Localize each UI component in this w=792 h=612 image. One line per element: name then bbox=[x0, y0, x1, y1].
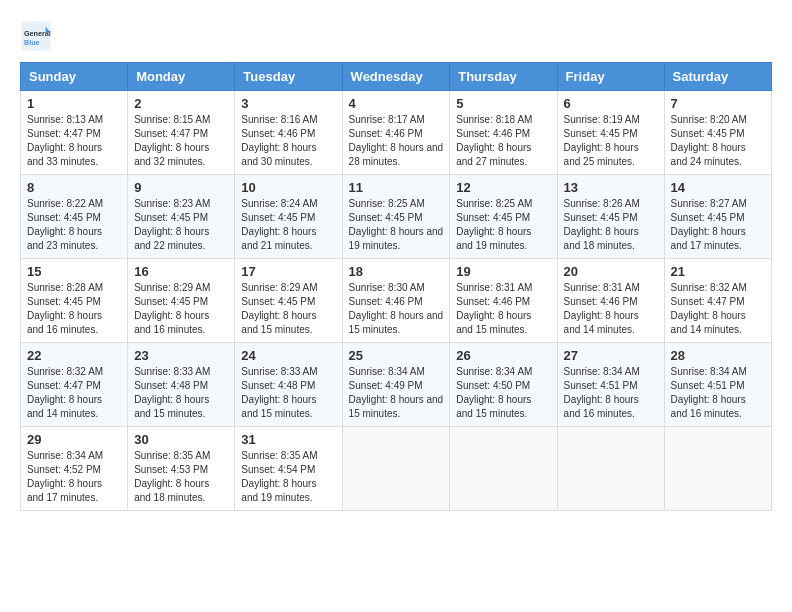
calendar-cell: 11 Sunrise: 8:25 AM Sunset: 4:45 PM Dayl… bbox=[342, 175, 450, 259]
day-number: 17 bbox=[241, 264, 335, 279]
day-number: 14 bbox=[671, 180, 765, 195]
calendar-cell: 6 Sunrise: 8:19 AM Sunset: 4:45 PM Dayli… bbox=[557, 91, 664, 175]
header-wednesday: Wednesday bbox=[342, 63, 450, 91]
calendar-cell bbox=[664, 427, 771, 511]
calendar-cell: 26 Sunrise: 8:34 AM Sunset: 4:50 PM Dayl… bbox=[450, 343, 557, 427]
day-number: 25 bbox=[349, 348, 444, 363]
header-sunday: Sunday bbox=[21, 63, 128, 91]
day-number: 28 bbox=[671, 348, 765, 363]
calendar-cell: 24 Sunrise: 8:33 AM Sunset: 4:48 PM Dayl… bbox=[235, 343, 342, 427]
day-info: Sunrise: 8:15 AM Sunset: 4:47 PM Dayligh… bbox=[134, 113, 228, 169]
header-tuesday: Tuesday bbox=[235, 63, 342, 91]
day-info: Sunrise: 8:31 AM Sunset: 4:46 PM Dayligh… bbox=[564, 281, 658, 337]
day-info: Sunrise: 8:33 AM Sunset: 4:48 PM Dayligh… bbox=[134, 365, 228, 421]
day-info: Sunrise: 8:32 AM Sunset: 4:47 PM Dayligh… bbox=[671, 281, 765, 337]
day-number: 22 bbox=[27, 348, 121, 363]
day-info: Sunrise: 8:18 AM Sunset: 4:46 PM Dayligh… bbox=[456, 113, 550, 169]
calendar-cell: 8 Sunrise: 8:22 AM Sunset: 4:45 PM Dayli… bbox=[21, 175, 128, 259]
header-saturday: Saturday bbox=[664, 63, 771, 91]
calendar-cell: 27 Sunrise: 8:34 AM Sunset: 4:51 PM Dayl… bbox=[557, 343, 664, 427]
calendar-cell: 25 Sunrise: 8:34 AM Sunset: 4:49 PM Dayl… bbox=[342, 343, 450, 427]
day-info: Sunrise: 8:17 AM Sunset: 4:46 PM Dayligh… bbox=[349, 113, 444, 169]
day-number: 26 bbox=[456, 348, 550, 363]
day-number: 21 bbox=[671, 264, 765, 279]
calendar-cell bbox=[450, 427, 557, 511]
day-number: 31 bbox=[241, 432, 335, 447]
logo: General Blue bbox=[20, 20, 56, 52]
calendar-week-4: 22 Sunrise: 8:32 AM Sunset: 4:47 PM Dayl… bbox=[21, 343, 772, 427]
calendar-cell: 22 Sunrise: 8:32 AM Sunset: 4:47 PM Dayl… bbox=[21, 343, 128, 427]
day-info: Sunrise: 8:30 AM Sunset: 4:46 PM Dayligh… bbox=[349, 281, 444, 337]
day-info: Sunrise: 8:19 AM Sunset: 4:45 PM Dayligh… bbox=[564, 113, 658, 169]
calendar-week-3: 15 Sunrise: 8:28 AM Sunset: 4:45 PM Dayl… bbox=[21, 259, 772, 343]
day-number: 4 bbox=[349, 96, 444, 111]
day-info: Sunrise: 8:34 AM Sunset: 4:52 PM Dayligh… bbox=[27, 449, 121, 505]
calendar-cell: 23 Sunrise: 8:33 AM Sunset: 4:48 PM Dayl… bbox=[128, 343, 235, 427]
calendar-header-row: SundayMondayTuesdayWednesdayThursdayFrid… bbox=[21, 63, 772, 91]
day-number: 19 bbox=[456, 264, 550, 279]
day-info: Sunrise: 8:29 AM Sunset: 4:45 PM Dayligh… bbox=[241, 281, 335, 337]
day-info: Sunrise: 8:28 AM Sunset: 4:45 PM Dayligh… bbox=[27, 281, 121, 337]
day-info: Sunrise: 8:26 AM Sunset: 4:45 PM Dayligh… bbox=[564, 197, 658, 253]
calendar-cell: 2 Sunrise: 8:15 AM Sunset: 4:47 PM Dayli… bbox=[128, 91, 235, 175]
calendar-cell: 1 Sunrise: 8:13 AM Sunset: 4:47 PM Dayli… bbox=[21, 91, 128, 175]
day-number: 24 bbox=[241, 348, 335, 363]
calendar-cell: 16 Sunrise: 8:29 AM Sunset: 4:45 PM Dayl… bbox=[128, 259, 235, 343]
day-number: 1 bbox=[27, 96, 121, 111]
day-info: Sunrise: 8:33 AM Sunset: 4:48 PM Dayligh… bbox=[241, 365, 335, 421]
header-monday: Monday bbox=[128, 63, 235, 91]
header-thursday: Thursday bbox=[450, 63, 557, 91]
calendar-cell bbox=[557, 427, 664, 511]
day-number: 23 bbox=[134, 348, 228, 363]
day-number: 2 bbox=[134, 96, 228, 111]
calendar-cell: 12 Sunrise: 8:25 AM Sunset: 4:45 PM Dayl… bbox=[450, 175, 557, 259]
day-info: Sunrise: 8:34 AM Sunset: 4:51 PM Dayligh… bbox=[671, 365, 765, 421]
day-number: 9 bbox=[134, 180, 228, 195]
day-info: Sunrise: 8:34 AM Sunset: 4:50 PM Dayligh… bbox=[456, 365, 550, 421]
day-number: 8 bbox=[27, 180, 121, 195]
day-info: Sunrise: 8:24 AM Sunset: 4:45 PM Dayligh… bbox=[241, 197, 335, 253]
day-info: Sunrise: 8:31 AM Sunset: 4:46 PM Dayligh… bbox=[456, 281, 550, 337]
day-number: 30 bbox=[134, 432, 228, 447]
calendar-cell: 13 Sunrise: 8:26 AM Sunset: 4:45 PM Dayl… bbox=[557, 175, 664, 259]
day-number: 11 bbox=[349, 180, 444, 195]
day-number: 13 bbox=[564, 180, 658, 195]
day-number: 20 bbox=[564, 264, 658, 279]
day-info: Sunrise: 8:35 AM Sunset: 4:54 PM Dayligh… bbox=[241, 449, 335, 505]
calendar-cell: 7 Sunrise: 8:20 AM Sunset: 4:45 PM Dayli… bbox=[664, 91, 771, 175]
day-info: Sunrise: 8:35 AM Sunset: 4:53 PM Dayligh… bbox=[134, 449, 228, 505]
calendar-cell: 10 Sunrise: 8:24 AM Sunset: 4:45 PM Dayl… bbox=[235, 175, 342, 259]
header-friday: Friday bbox=[557, 63, 664, 91]
day-number: 16 bbox=[134, 264, 228, 279]
calendar-week-1: 1 Sunrise: 8:13 AM Sunset: 4:47 PM Dayli… bbox=[21, 91, 772, 175]
header: General Blue bbox=[20, 20, 772, 52]
day-number: 5 bbox=[456, 96, 550, 111]
calendar-cell: 14 Sunrise: 8:27 AM Sunset: 4:45 PM Dayl… bbox=[664, 175, 771, 259]
day-number: 10 bbox=[241, 180, 335, 195]
calendar-cell: 28 Sunrise: 8:34 AM Sunset: 4:51 PM Dayl… bbox=[664, 343, 771, 427]
day-number: 3 bbox=[241, 96, 335, 111]
day-info: Sunrise: 8:20 AM Sunset: 4:45 PM Dayligh… bbox=[671, 113, 765, 169]
calendar-cell: 9 Sunrise: 8:23 AM Sunset: 4:45 PM Dayli… bbox=[128, 175, 235, 259]
day-number: 6 bbox=[564, 96, 658, 111]
day-number: 7 bbox=[671, 96, 765, 111]
day-info: Sunrise: 8:22 AM Sunset: 4:45 PM Dayligh… bbox=[27, 197, 121, 253]
calendar-cell: 20 Sunrise: 8:31 AM Sunset: 4:46 PM Dayl… bbox=[557, 259, 664, 343]
calendar-cell: 4 Sunrise: 8:17 AM Sunset: 4:46 PM Dayli… bbox=[342, 91, 450, 175]
svg-text:Blue: Blue bbox=[24, 38, 40, 47]
calendar-cell: 31 Sunrise: 8:35 AM Sunset: 4:54 PM Dayl… bbox=[235, 427, 342, 511]
day-number: 18 bbox=[349, 264, 444, 279]
day-info: Sunrise: 8:13 AM Sunset: 4:47 PM Dayligh… bbox=[27, 113, 121, 169]
calendar-cell: 21 Sunrise: 8:32 AM Sunset: 4:47 PM Dayl… bbox=[664, 259, 771, 343]
calendar-week-5: 29 Sunrise: 8:34 AM Sunset: 4:52 PM Dayl… bbox=[21, 427, 772, 511]
calendar-cell: 15 Sunrise: 8:28 AM Sunset: 4:45 PM Dayl… bbox=[21, 259, 128, 343]
day-info: Sunrise: 8:25 AM Sunset: 4:45 PM Dayligh… bbox=[349, 197, 444, 253]
day-info: Sunrise: 8:27 AM Sunset: 4:45 PM Dayligh… bbox=[671, 197, 765, 253]
day-number: 29 bbox=[27, 432, 121, 447]
calendar-cell: 3 Sunrise: 8:16 AM Sunset: 4:46 PM Dayli… bbox=[235, 91, 342, 175]
logo-icon: General Blue bbox=[20, 20, 52, 52]
calendar-cell: 17 Sunrise: 8:29 AM Sunset: 4:45 PM Dayl… bbox=[235, 259, 342, 343]
calendar-week-2: 8 Sunrise: 8:22 AM Sunset: 4:45 PM Dayli… bbox=[21, 175, 772, 259]
day-info: Sunrise: 8:29 AM Sunset: 4:45 PM Dayligh… bbox=[134, 281, 228, 337]
calendar-cell: 30 Sunrise: 8:35 AM Sunset: 4:53 PM Dayl… bbox=[128, 427, 235, 511]
